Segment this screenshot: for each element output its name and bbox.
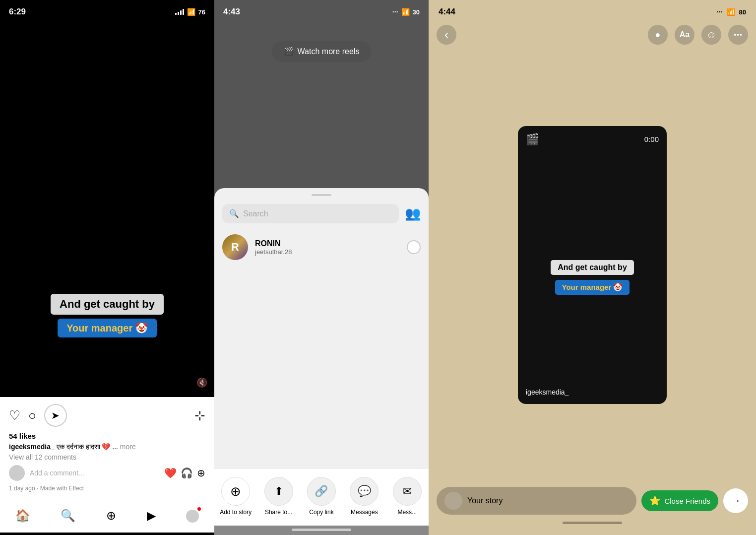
emoji-heart[interactable]: ❤️ [164,467,177,479]
comment-icon[interactable]: ○ [28,408,36,423]
draw-button[interactable]: ● [648,25,668,45]
caption-more[interactable]: more [120,443,136,451]
send-icon: ➤ [51,409,60,421]
close-friends-label: Close Friends [664,497,710,505]
close-friends-button[interactable]: ⭐ Close Friends [641,490,718,511]
copy-link-icon-wrap: 🔗 [307,477,336,506]
share-to-label: Share to... [265,509,292,516]
text-box-and-get-caught: And get caught by [51,294,164,315]
phone1-navbar: 🏠 🔍 ⊕ ▶ [0,502,214,533]
nav-home[interactable]: 🏠 [15,509,30,523]
phone1-status-bar: 6:29 📶 76 [0,0,214,21]
mute-icon[interactable]: 🔇 [196,377,207,388]
reel-icon: 🎬 [284,47,294,56]
nav-reels[interactable]: ▶ [147,509,156,523]
comment-row: Add a comment... ❤️ 🎧 ⊕ [9,465,205,481]
comment-input[interactable]: Add a comment... [30,469,159,477]
messages-icon: 💬 [358,485,371,498]
mess-more-label: Mess... [397,509,417,516]
contact-row[interactable]: R RONIN jeetsuthar.28 [214,229,429,265]
bookmark-icon[interactable]: ⊹ [194,408,205,423]
contact-info: RONIN jeetsuthar.28 [255,239,400,256]
like-icon[interactable]: ♡ [9,408,20,423]
green-star-icon: ⭐ [649,495,660,506]
likes-count: 54 likes [9,432,205,440]
story-avatar [444,492,462,510]
phone3-status-bar: 4:44 ··· 📶 80 [429,0,756,21]
mess-more-button[interactable]: ✉ Mess... [390,477,425,516]
phone2-wifi: 📶 [401,8,410,16]
phone3-time: 4:44 [439,7,455,17]
contact-handle: jeetsuthar.28 [255,248,400,256]
sticker-button[interactable]: ☺ [701,25,721,45]
select-circle[interactable] [407,240,421,254]
caption-row: igeeksmedia_ एक दर्दनाक हादसा 💔 ... more [9,443,205,451]
add-story-icon-wrap: ⊕ [221,477,250,506]
toolbar-right: ● Aa ☺ ••• [648,25,748,45]
your-story-button[interactable]: Your story [437,487,636,515]
phone1-signal-icon [175,8,184,16]
messages-button[interactable]: 💬 Messages [347,477,381,516]
phone3-dots: ··· [717,8,723,16]
commenter-avatar [9,465,25,481]
phone1-time: 6:29 [9,7,26,17]
messages-icon-wrap: 💬 [350,477,378,506]
phone1-battery: 76 [198,8,205,16]
messages-label: Messages [351,509,378,516]
draw-icon: ● [655,30,661,40]
search-input-wrap[interactable]: 🔍 Search [222,204,399,223]
comment-emojis: ❤️ 🎧 ⊕ [164,467,205,479]
contact-name: RONIN [255,239,400,248]
story-share-row: Your story ⭐ Close Friends → [437,487,748,515]
watch-more-label: Watch more reels [298,47,360,56]
phone2-bg: 🎬 Watch more reels 🔍 Search 👥 R RONIN je… [214,21,429,526]
watch-more-button[interactable]: 🎬 Watch more reels [272,41,372,62]
text-overlay: And get caught by Your manager 🤡 [51,294,164,337]
phone3-battery: 80 [739,8,746,16]
phone2-battery: 30 [413,8,420,16]
story-text-manager: Your manager 🤡 [555,280,630,295]
text-button[interactable]: Aa [675,25,694,45]
view-comments[interactable]: View all 12 comments [9,453,205,461]
more-options-button[interactable]: ••• [728,25,748,45]
share-sheet: 🔍 Search 👥 R RONIN jeetsuthar.28 ⊕ [214,188,429,526]
text-icon: Aa [680,30,690,39]
phone3: 4:44 ··· 📶 80 ‹ ● Aa ☺ ••• [429,0,756,535]
phone3-home-bar [563,522,622,524]
share-to-icon: ⬆ [274,485,283,498]
more-icon: ••• [734,31,743,39]
phone1-wifi-icon: 📶 [187,8,195,16]
nav-search[interactable]: 🔍 [61,509,75,523]
phone1-actions: ♡ ○ ➤ ⊹ 54 likes igeeksmedia_ एक दर्दनाक… [0,397,214,502]
contact-avatar: R [222,234,248,260]
phone2: 4:43 ··· 📶 30 🎬 Watch more reels 🔍 Searc… [214,0,429,535]
text-box-your-manager: Your manager 🤡 [58,319,157,337]
story-card-top: 🎬 0:00 [518,126,667,151]
send-story-button[interactable]: → [723,488,748,513]
share-to-button[interactable]: ⬆ Share to... [261,477,296,516]
story-username: igeeksmedia_ [526,388,568,396]
nav-add[interactable]: ⊕ [106,509,116,523]
story-card-content: And get caught by Your manager 🤡 [518,151,667,404]
timestamp: 1 day ago · Made with Effect [9,485,205,492]
sticker-icon: ☺ [706,29,716,41]
story-preview-container: 🎬 0:00 And get caught by Your manager 🤡 … [429,49,756,481]
story-card: 🎬 0:00 And get caught by Your manager 🤡 … [518,126,667,404]
emoji-add[interactable]: ⊕ [197,467,205,479]
back-button[interactable]: ‹ [437,25,456,45]
nav-profile[interactable] [186,508,199,523]
phone3-toolbar: ‹ ● Aa ☺ ••• [429,21,756,49]
copy-link-label: Copy link [309,509,333,516]
group-add-icon[interactable]: 👥 [405,206,421,221]
search-icon: 🔍 [229,209,239,218]
sheet-handle [312,194,331,196]
phone3-bottom: Your story ⭐ Close Friends → [429,481,756,535]
your-story-label: Your story [467,496,503,505]
copy-link-button[interactable]: 🔗 Copy link [304,477,339,516]
story-timer: 0:00 [644,135,659,143]
send-button[interactable]: ➤ [44,404,67,427]
phone3-status-right: ··· 📶 80 [717,8,746,16]
add-story-button[interactable]: ⊕ Add to story [218,477,253,516]
emoji-headphones[interactable]: 🎧 [181,467,193,479]
post-caption: एक दर्दनाक हादसा 💔 ... [57,443,118,451]
